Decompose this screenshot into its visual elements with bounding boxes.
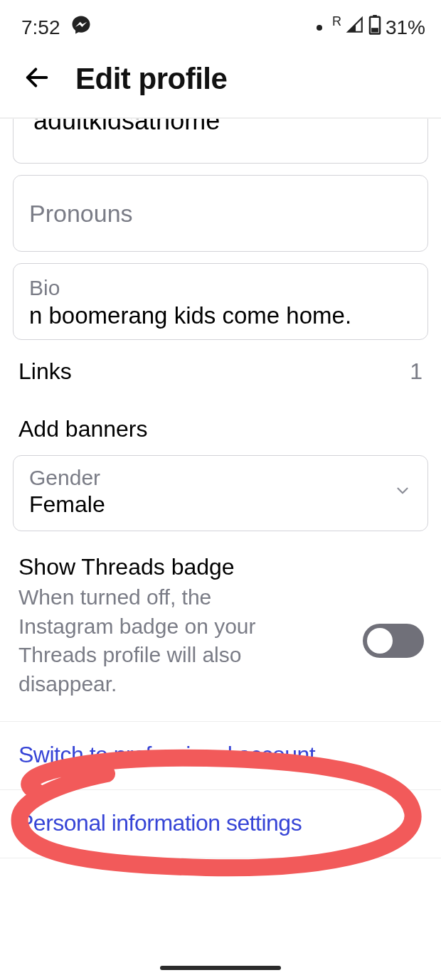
username-value: adultkidsathome (33, 119, 220, 136)
gender-value: Female (29, 491, 105, 518)
threads-description: When turned off, the Instagram badge on … (18, 583, 296, 698)
threads-title: Show Threads badge (18, 554, 296, 580)
threads-toggle[interactable] (363, 624, 424, 658)
links-count: 1 (410, 358, 423, 385)
messenger-icon (70, 14, 92, 41)
gender-label: Gender (29, 466, 105, 490)
battery-percent: 31% (386, 16, 425, 39)
toggle-knob (367, 628, 393, 654)
status-bar: 7:52 R 31% (0, 0, 441, 46)
roaming-indicator: R (332, 14, 341, 29)
pronouns-placeholder: Pronouns (29, 200, 133, 227)
bio-value: n boomerang kids come home. (29, 302, 412, 329)
username-field[interactable]: adultkidsathome (13, 119, 428, 164)
chevron-down-icon (393, 481, 412, 503)
bio-label: Bio (29, 272, 412, 301)
switch-professional-link[interactable]: Switch to professional account (13, 722, 428, 789)
links-label: Links (18, 358, 72, 385)
status-right: R 31% (317, 15, 425, 40)
home-indicator (160, 966, 281, 970)
add-banners-row[interactable]: Add banners (13, 390, 428, 455)
status-time: 7:52 (21, 16, 60, 39)
threads-badge-row: Show Threads badge When turned off, the … (13, 531, 428, 708)
page-title: Edit profile (75, 62, 227, 96)
status-left: 7:52 (21, 14, 92, 41)
svg-rect-2 (371, 28, 378, 32)
bio-field[interactable]: Bio n boomerang kids come home. (13, 263, 428, 340)
pronouns-field[interactable]: Pronouns (13, 175, 428, 252)
divider (0, 858, 441, 858)
app-header: Edit profile (0, 46, 441, 117)
gender-field[interactable]: Gender Female (13, 455, 428, 531)
signal-icon (346, 16, 364, 39)
svg-rect-1 (373, 15, 377, 17)
content: adultkidsathome Pronouns Bio n boomerang… (0, 119, 441, 858)
links-row[interactable]: Links 1 (13, 340, 428, 390)
battery-icon (368, 15, 381, 40)
back-button[interactable] (18, 59, 55, 99)
status-dot-icon (317, 25, 322, 31)
personal-info-link[interactable]: Personal information settings (13, 790, 428, 858)
